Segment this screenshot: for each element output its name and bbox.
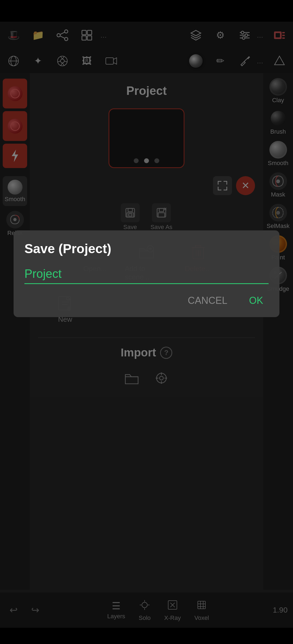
save-dialog-input[interactable] [24,264,269,284]
cancel-button[interactable]: CANCEL [182,292,233,309]
ok-button[interactable]: OK [244,292,269,309]
save-dialog: Save (Project) CANCEL OK [14,230,279,317]
save-dialog-title: Save (Project) [24,241,269,256]
save-dialog-buttons: CANCEL OK [24,292,269,309]
modal-overlay [0,0,293,644]
